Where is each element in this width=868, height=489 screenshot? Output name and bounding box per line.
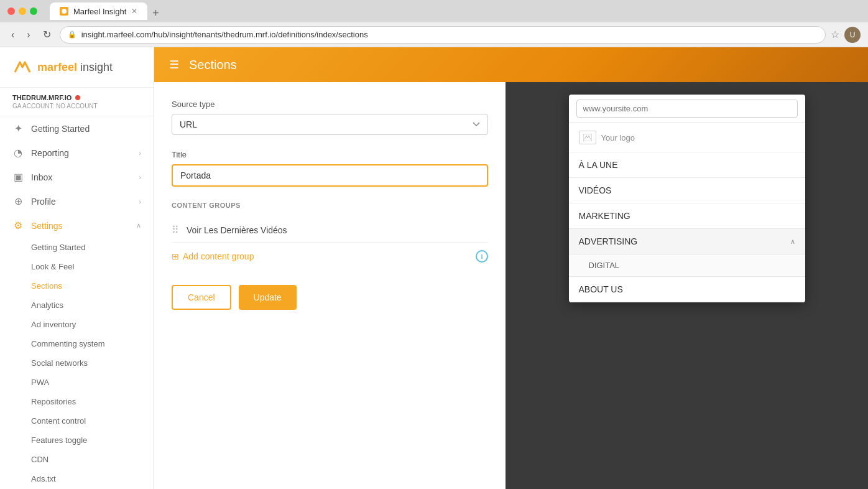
sidebar-item-settings[interactable]: ⚙ Settings ∧ [0, 213, 154, 238]
browser-nav: ‹ › ↻ 🔒 insight.marfeel.com/hub/insight/… [0, 22, 868, 47]
inbox-chevron-icon: › [139, 174, 141, 181]
sidebar-item-inbox[interactable]: ▣ Inbox › [0, 165, 154, 189]
subnav-social-networks[interactable]: Social networks [0, 353, 154, 373]
reporting-chevron-icon: › [139, 149, 141, 157]
subnav-repositories[interactable]: Repositories [0, 392, 154, 411]
preview-menu-videos[interactable]: VIDÉOS [569, 178, 805, 203]
svg-point-0 [62, 9, 67, 14]
preview-url-bar [569, 95, 805, 123]
menu-label-a-la-une: À LA UNE [579, 160, 618, 170]
new-tab-button[interactable]: + [152, 7, 159, 20]
close-button[interactable] [7, 7, 15, 15]
main-content: ☰ Sections Source type URL Category Tag [154, 47, 868, 489]
sidebar-item-profile[interactable]: ⊕ Profile › [0, 189, 154, 213]
sidebar-logo: marfeel insight [0, 47, 154, 88]
menu-label-videos: VIDÉOS [579, 185, 612, 195]
reload-button[interactable]: ↻ [39, 26, 55, 43]
drag-handle-icon[interactable]: ⠿ [172, 224, 179, 236]
subnav-getting-started[interactable]: Getting Started [0, 238, 154, 257]
site-preview: Your logo À LA UNE VIDÉOS MARKETING [569, 95, 805, 302]
settings-icon: ⚙ [12, 220, 24, 231]
back-button[interactable]: ‹ [7, 27, 18, 43]
content-area: Source type URL Category Tag Title [154, 82, 868, 489]
subnav-analytics[interactable]: Analytics [0, 296, 154, 315]
forward-button[interactable]: › [23, 27, 34, 43]
active-tab[interactable]: Marfeel Insight ✕ [50, 2, 147, 20]
tenant-name: THEDRUM.MRF.IO [12, 94, 141, 101]
profile-chevron-icon: › [139, 198, 141, 205]
subnav-ads-txt[interactable]: Ads.txt [0, 469, 154, 488]
user-avatar[interactable]: U [844, 27, 861, 43]
maximize-button[interactable] [30, 7, 37, 15]
add-group-row: ⊞ Add content group i [172, 243, 488, 270]
inbox-label: Inbox [31, 172, 52, 182]
form-panel: Source type URL Category Tag Title [154, 82, 506, 489]
preview-logo-text: Your logo [601, 133, 635, 142]
tab-bar: Marfeel Insight ✕ + [50, 2, 159, 20]
preview-url-input[interactable] [576, 100, 798, 118]
inbox-icon: ▣ [12, 171, 24, 183]
subnav-cdn[interactable]: CDN [0, 450, 154, 469]
submenu-label-digital: DIGITAL [589, 261, 620, 270]
address-bar[interactable]: 🔒 insight.marfeel.com/hub/insight/tenant… [60, 26, 826, 44]
preview-menu-advertising[interactable]: ADVERTISING ∧ [569, 229, 805, 254]
source-type-select[interactable]: URL Category Tag [172, 114, 488, 135]
getting-started-icon: ✦ [12, 123, 24, 134]
subnav-sections[interactable]: Sections [0, 276, 154, 296]
cancel-button[interactable]: Cancel [172, 285, 231, 310]
sidebar-item-getting-started[interactable]: ✦ Getting Started [0, 116, 154, 141]
update-button[interactable]: Update [239, 285, 297, 310]
content-groups-label: CONTENT GROUPS [172, 202, 488, 209]
getting-started-label: Getting Started [31, 124, 90, 134]
advertising-chevron-icon: ∧ [790, 238, 795, 246]
content-group-item: ⠿ Voir Les Dernières Vidéos [172, 218, 488, 243]
browser-window: Marfeel Insight ✕ + ‹ › ↻ 🔒 insight.marf… [0, 0, 868, 489]
add-content-group-button[interactable]: ⊞ Add content group [172, 251, 254, 261]
subnav-pwa[interactable]: PWA [0, 373, 154, 392]
source-type-group: Source type URL Category Tag [172, 100, 488, 135]
bookmark-button[interactable]: ☆ [831, 29, 839, 40]
profile-icon: ⊕ [12, 195, 24, 207]
menu-label-about-us: ABOUT US [579, 284, 623, 294]
logo-text: marfeel insight [37, 61, 113, 74]
sidebar-item-reporting[interactable]: ◔ Reporting › [0, 141, 154, 165]
menu-label-marketing: MARKETING [579, 211, 630, 221]
preview-menu-about-us[interactable]: ABOUT US [569, 277, 805, 302]
title-input[interactable] [172, 164, 488, 187]
subnav-ad-inventory[interactable]: Ad inventory [0, 315, 154, 334]
content-group-name: Voir Les Dernières Vidéos [187, 225, 287, 235]
window-controls [7, 7, 37, 15]
subnav-commenting-system[interactable]: Commenting system [0, 334, 154, 353]
profile-label: Profile [31, 197, 56, 207]
tenant-status-dot [75, 95, 80, 100]
preview-menu-a-la-une[interactable]: À LA UNE [569, 152, 805, 178]
minimize-button[interactable] [19, 7, 26, 15]
marfeel-logo-icon [12, 57, 32, 77]
subnav-look-feel[interactable]: Look & Feel [0, 257, 154, 276]
source-type-label: Source type [172, 100, 488, 109]
sidebar: marfeel insight THEDRUM.MRF.IO GA ACCOUN… [0, 47, 154, 489]
title-label: Title [172, 150, 488, 159]
title-group: Title [172, 150, 488, 187]
preview-menu-marketing[interactable]: MARKETING [569, 203, 805, 229]
tenant-info: THEDRUM.MRF.IO GA ACCOUNT: NO ACCOUNT [0, 88, 154, 116]
preview-logo-box [579, 131, 596, 144]
preview-logo-row: Your logo [569, 123, 805, 152]
reporting-icon: ◔ [12, 147, 24, 159]
tab-title: Marfeel Insight [73, 7, 126, 16]
app-container: marfeel insight THEDRUM.MRF.IO GA ACCOUN… [0, 47, 868, 489]
reporting-label: Reporting [31, 148, 69, 158]
settings-chevron-icon: ∧ [136, 221, 141, 230]
page-header: ☰ Sections [154, 47, 868, 82]
content-groups-group: CONTENT GROUPS ⠿ Voir Les Dernières Vidé… [172, 202, 488, 270]
tab-favicon [60, 7, 68, 16]
hamburger-icon[interactable]: ☰ [169, 58, 179, 72]
info-button[interactable]: i [476, 250, 488, 263]
subnav-features-toggle[interactable]: Features toggle [0, 431, 154, 450]
menu-label-advertising: ADVERTISING [579, 236, 638, 246]
subnav-content-control[interactable]: Content control [0, 411, 154, 431]
preview-submenu-digital[interactable]: DIGITAL [569, 254, 805, 277]
form-actions: Cancel Update [172, 285, 488, 310]
settings-label: Settings [31, 221, 63, 231]
tab-close-icon[interactable]: ✕ [131, 7, 137, 16]
